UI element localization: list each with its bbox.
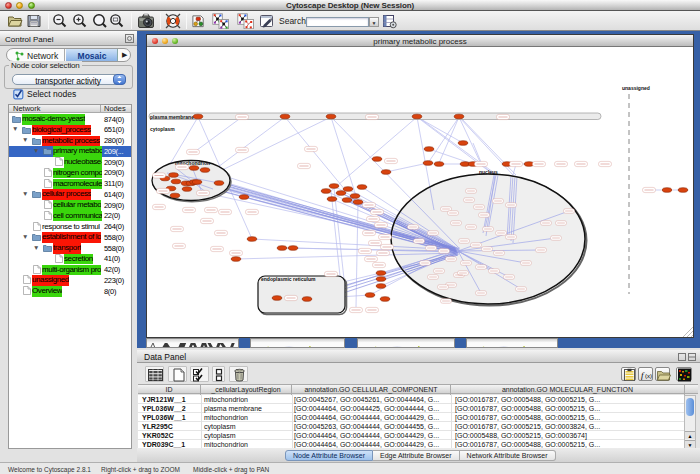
svg-text:unassigned: unassigned: [622, 85, 650, 91]
svg-text:endoplasmic reticulum: endoplasmic reticulum: [261, 276, 316, 282]
svg-text:cytoplasm: cytoplasm: [150, 126, 175, 132]
svg-text:nucleus: nucleus: [479, 169, 498, 175]
svg-text:plasma membrane: plasma membrane: [150, 114, 194, 120]
svg-text:(x): (x): [645, 373, 652, 379]
